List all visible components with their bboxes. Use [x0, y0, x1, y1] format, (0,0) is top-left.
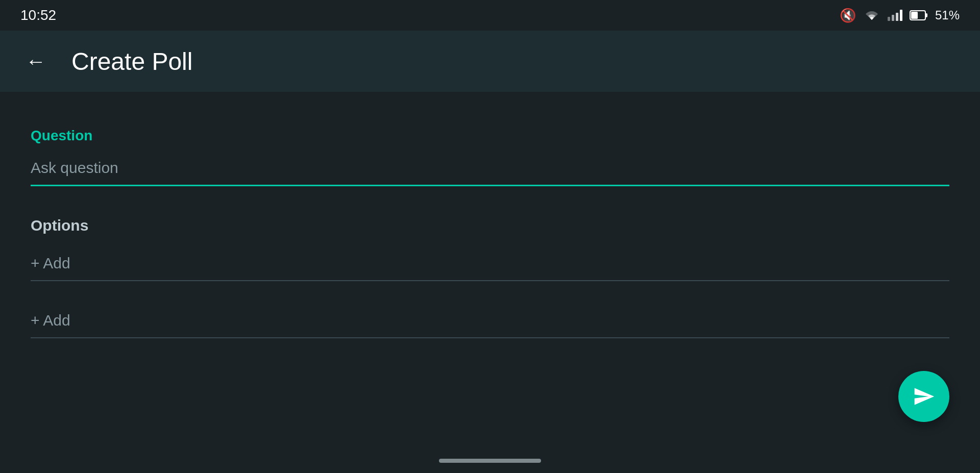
question-section: Question — [31, 128, 949, 186]
question-input[interactable] — [31, 154, 949, 186]
home-indicator — [439, 459, 541, 463]
page-title: Create Poll — [71, 47, 192, 76]
option2-wrapper — [31, 307, 949, 338]
back-button[interactable]: ← — [20, 46, 51, 77]
wifi-icon — [863, 9, 880, 22]
options-label: Options — [31, 217, 949, 234]
send-fab-button[interactable] — [898, 371, 949, 422]
options-section: Options — [31, 217, 949, 338]
option1-input[interactable] — [31, 250, 949, 281]
battery-percentage: 51% — [935, 8, 960, 22]
back-arrow-icon: ← — [26, 50, 46, 73]
battery-icon — [910, 10, 928, 21]
status-icons: 🔇 51% — [840, 8, 960, 23]
svg-rect-2 — [925, 13, 927, 17]
main-content: Question Options — [0, 92, 980, 384]
send-icon — [913, 385, 935, 408]
option2-input[interactable] — [31, 307, 949, 338]
app-bar: ← Create Poll — [0, 31, 980, 92]
mute-icon: 🔇 — [840, 8, 856, 23]
signal-bars-icon — [888, 10, 902, 21]
status-bar: 10:52 🔇 51% — [0, 0, 980, 31]
option1-wrapper — [31, 250, 949, 281]
question-input-wrapper — [31, 154, 949, 186]
svg-rect-1 — [911, 12, 918, 19]
question-label: Question — [31, 128, 949, 144]
status-time: 10:52 — [20, 7, 56, 23]
